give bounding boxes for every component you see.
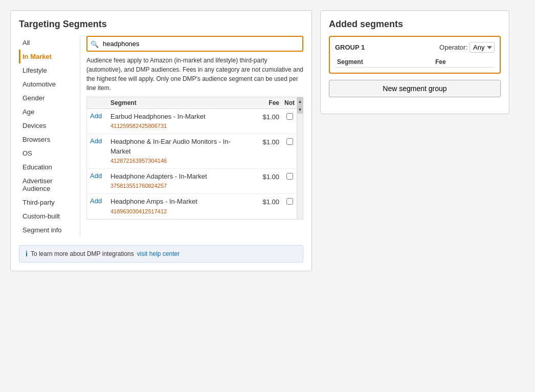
search-icon: 🔍 bbox=[91, 40, 99, 48]
group-table-header-fee: Fee bbox=[433, 57, 481, 68]
sidebar-item-devices[interactable]: Devices bbox=[19, 119, 76, 133]
add-segment-button[interactable]: Add bbox=[90, 197, 102, 205]
segment-list: Add Earbud Headphones - In-Market 411259… bbox=[87, 109, 303, 219]
not-checkbox[interactable] bbox=[286, 198, 293, 205]
scroll-up-arrow[interactable]: ▲ bbox=[297, 97, 303, 105]
header-add bbox=[90, 99, 110, 106]
segment-name: Headphone Adapters - In-Market 375813551… bbox=[110, 172, 243, 190]
header-fee: Fee bbox=[243, 99, 279, 106]
sidebar-item-advertiser-audience[interactable]: Advertiser Audience bbox=[19, 174, 76, 195]
group-box: GROUP 1 Operator: AnyAll Segment Fee bbox=[329, 36, 501, 74]
sidebar-item-in-market[interactable]: In Market bbox=[19, 50, 76, 63]
sidebar-item-custom-built[interactable]: Custom-built bbox=[19, 209, 76, 223]
segment-id: 418963030412517412 bbox=[110, 208, 167, 214]
sidebar-item-automotive[interactable]: Automotive bbox=[19, 77, 76, 91]
not-checkbox[interactable] bbox=[286, 138, 293, 145]
operator-label: Operator: bbox=[439, 43, 467, 51]
not-checkbox[interactable] bbox=[286, 113, 293, 120]
not-checkbox[interactable] bbox=[286, 173, 293, 180]
sidebar-item-segment-info[interactable]: Segment info bbox=[19, 223, 76, 237]
operator-container: Operator: AnyAll bbox=[439, 42, 495, 53]
main-container: Targeting Segments AllIn MarketLifestyle… bbox=[10, 10, 525, 271]
sidebar-nav: AllIn MarketLifestyleAutomotiveGenderAge… bbox=[19, 36, 80, 237]
segment-name: Headphone & In-Ear Audio Monitors - In-M… bbox=[110, 137, 243, 165]
header-segment: Segment bbox=[110, 99, 243, 106]
content-area: AllIn MarketLifestyleAutomotiveGenderAge… bbox=[19, 36, 303, 237]
segment-table: ▲ ▼ Segment Fee Not Add Earbud Headphone… bbox=[86, 97, 303, 220]
footer-text: To learn more about DMP integrations bbox=[31, 250, 134, 257]
group-table-header-segment: Segment bbox=[335, 57, 433, 68]
new-segment-group-button[interactable]: New segment group bbox=[329, 80, 501, 97]
right-panel: Added segments GROUP 1 Operator: AnyAll … bbox=[320, 10, 509, 114]
help-center-link[interactable]: visit help center bbox=[137, 250, 180, 257]
segment-fee: $1.00 bbox=[243, 172, 279, 181]
sidebar-item-all[interactable]: All bbox=[19, 36, 76, 50]
segment-fee: $1.00 bbox=[243, 112, 279, 121]
search-and-results: 🔍 Audience fees apply to Amazon (in-mark… bbox=[80, 36, 303, 237]
segment-fee: $1.00 bbox=[243, 137, 279, 146]
footer-note: i To learn more about DMP integrations v… bbox=[19, 245, 303, 263]
fee-notice: Audience fees apply to Amazon (in-market… bbox=[86, 56, 303, 93]
search-box-container: 🔍 bbox=[86, 36, 303, 52]
info-icon: i bbox=[26, 250, 28, 258]
add-segment-button[interactable]: Add bbox=[90, 137, 102, 145]
segment-table-header: Segment Fee Not bbox=[87, 97, 303, 109]
sidebar-item-gender[interactable]: Gender bbox=[19, 91, 76, 105]
segment-name: Earbud Headphones - In-Market 4112595824… bbox=[110, 112, 243, 130]
group-table: Segment Fee bbox=[335, 57, 495, 68]
sidebar-item-education[interactable]: Education bbox=[19, 160, 76, 174]
sidebar-item-third-party[interactable]: Third-party bbox=[19, 195, 76, 209]
add-segment-button[interactable]: Add bbox=[90, 112, 102, 120]
segment-fee: $1.00 bbox=[243, 197, 279, 206]
group-table-header-action bbox=[481, 57, 495, 68]
table-row: Add Headphone Amps - In-Market 418963030… bbox=[87, 194, 303, 219]
operator-select[interactable]: AnyAll bbox=[470, 42, 495, 53]
scroll-indicator: ▲ ▼ bbox=[297, 97, 303, 219]
sidebar-item-age[interactable]: Age bbox=[19, 105, 76, 119]
left-panel: Targeting Segments AllIn MarketLifestyle… bbox=[10, 10, 312, 271]
group-header: GROUP 1 Operator: AnyAll bbox=[335, 42, 495, 53]
scroll-down-arrow[interactable]: ▼ bbox=[297, 105, 303, 114]
left-panel-title: Targeting Segments bbox=[19, 19, 303, 30]
group-label: GROUP 1 bbox=[335, 43, 365, 51]
search-input[interactable] bbox=[86, 36, 303, 52]
right-panel-title: Added segments bbox=[329, 19, 501, 30]
segment-name: Headphone Amps - In-Market 4189630304125… bbox=[110, 197, 243, 215]
segment-id: 411259582425806731 bbox=[110, 123, 167, 129]
sidebar-item-os[interactable]: OS bbox=[19, 146, 76, 160]
segment-id: 412872163957304146 bbox=[110, 158, 167, 164]
table-row: Add Headphone & In-Ear Audio Monitors - … bbox=[87, 134, 303, 169]
segment-id: 375813551760824257 bbox=[110, 183, 167, 189]
sidebar-item-lifestyle[interactable]: Lifestyle bbox=[19, 63, 76, 77]
table-row: Add Earbud Headphones - In-Market 411259… bbox=[87, 109, 303, 134]
add-segment-button[interactable]: Add bbox=[90, 172, 102, 180]
table-row: Add Headphone Adapters - In-Market 37581… bbox=[87, 169, 303, 194]
sidebar-item-browsers[interactable]: Browsers bbox=[19, 133, 76, 146]
